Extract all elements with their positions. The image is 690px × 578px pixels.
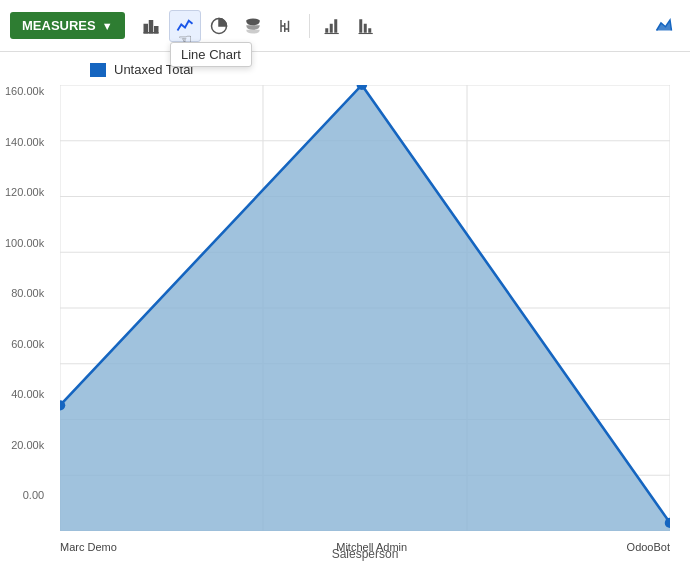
legend-color-swatch: [90, 63, 106, 77]
sort-asc-icon[interactable]: [316, 10, 348, 42]
svg-rect-11: [325, 28, 328, 33]
sort-desc-icon[interactable]: [350, 10, 382, 42]
svg-rect-16: [363, 23, 366, 32]
measures-arrow: ▼: [102, 20, 113, 32]
y-label-1: 140.00k: [5, 136, 44, 148]
area-chart-icon[interactable]: [648, 10, 680, 42]
svg-rect-0: [144, 24, 147, 32]
svg-rect-12: [329, 23, 332, 32]
y-label-2: 120.00k: [5, 186, 44, 198]
svg-rect-2: [154, 26, 157, 32]
line-chart-icon[interactable]: ☜: [169, 10, 201, 42]
x-axis-title: Salesperson: [60, 547, 670, 561]
y-label-8: 0.00: [23, 489, 44, 501]
measures-button[interactable]: MEASURES ▼: [10, 12, 125, 39]
chart-svg-wrapper: 160.00k 140.00k 120.00k 100.00k 80.00k 6…: [60, 85, 670, 531]
chart-toolbar: MEASURES ▼ ☜: [0, 0, 690, 52]
chart-container: Untaxed Total 160.00k 140.00k 120.00k 10…: [0, 52, 690, 578]
toolbar-separator-1: [309, 14, 310, 38]
y-label-0: 160.00k: [5, 85, 44, 97]
y-label-3: 100.00k: [5, 237, 44, 249]
y-label-5: 60.00k: [11, 338, 44, 350]
column-chart-icon[interactable]: [271, 10, 303, 42]
y-axis-labels: 160.00k 140.00k 120.00k 100.00k 80.00k 6…: [5, 85, 44, 501]
bar-chart-icon[interactable]: [135, 10, 167, 42]
svg-rect-1: [149, 20, 152, 32]
svg-rect-13: [334, 19, 337, 33]
measures-label: MEASURES: [22, 18, 96, 33]
line-chart-svg: [60, 85, 670, 531]
chart-type-tooltip: Line Chart: [170, 42, 252, 67]
tooltip-text: Line Chart: [181, 47, 241, 62]
svg-rect-15: [359, 19, 362, 33]
y-label-7: 20.00k: [11, 439, 44, 451]
y-label-6: 40.00k: [11, 388, 44, 400]
svg-rect-17: [368, 28, 371, 33]
stack-icon[interactable]: [237, 10, 269, 42]
pie-chart-icon[interactable]: [203, 10, 235, 42]
y-label-4: 80.00k: [11, 287, 44, 299]
